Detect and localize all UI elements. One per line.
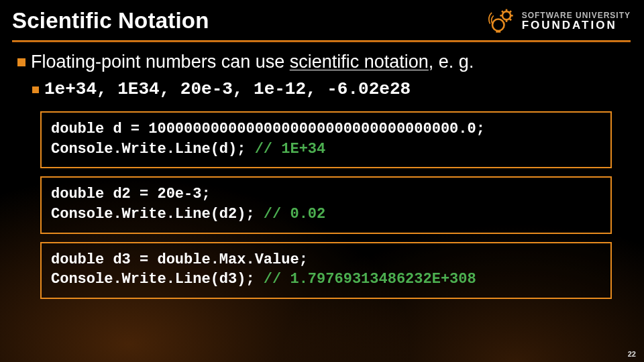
code-text: double d = 10000000000000000000000000000… bbox=[51, 121, 485, 137]
code-line: double d2 = 20e-3; Console.Write.Line(d2… bbox=[51, 184, 601, 224]
page-number: 22 bbox=[628, 350, 636, 358]
title-underline bbox=[12, 40, 631, 42]
title-bar: Scientific Notation SO bbox=[0, 0, 644, 36]
bullet-main-underlined: scientific notation bbox=[290, 52, 429, 72]
square-bullet-icon bbox=[32, 86, 39, 93]
code-block-1: double d = 10000000000000000000000000000… bbox=[40, 111, 612, 168]
bullet-main-post: , e. g. bbox=[429, 52, 474, 72]
square-bullet-icon bbox=[17, 58, 25, 66]
svg-line-8 bbox=[509, 11, 511, 13]
bullet-sub-text: 1e+34, 1E34, 20e-3, 1e-12, -6.02e28 bbox=[44, 79, 411, 99]
logo: SOFTWARE UNIVERSITY FOUNDATION bbox=[487, 7, 631, 36]
code-comment: // 1.79769313486232E+308 bbox=[264, 271, 476, 288]
slide-body: Floating-point numbers can use scientifi… bbox=[0, 52, 644, 299]
code-text: double d3 = double.Max.Value; bbox=[51, 251, 308, 268]
code-line: double d = 10000000000000000000000000000… bbox=[51, 119, 601, 159]
code-text: double d2 = 20e-3; bbox=[51, 186, 211, 202]
slide-title: Scientific Notation bbox=[12, 8, 487, 34]
svg-point-0 bbox=[492, 19, 504, 32]
svg-line-7 bbox=[509, 19, 511, 21]
logo-text-bottom: FOUNDATION bbox=[522, 19, 631, 32]
bullet-main: Floating-point numbers can use scientifi… bbox=[17, 52, 627, 72]
logo-text: SOFTWARE UNIVERSITY FOUNDATION bbox=[522, 11, 631, 32]
bullet-main-pre: Floating-point numbers can use bbox=[31, 52, 290, 72]
svg-line-6 bbox=[502, 11, 504, 13]
code-block-3: double d3 = double.Max.Value; Console.Wr… bbox=[40, 242, 612, 299]
code-text: Console.Write.Line(d3); bbox=[51, 271, 264, 288]
code-comment: // 0.02 bbox=[264, 206, 325, 223]
bullet-main-text: Floating-point numbers can use scientifi… bbox=[31, 52, 474, 72]
code-text: Console.Write.Line(d2); bbox=[51, 206, 264, 223]
bullet-sub: 1e+34, 1E34, 20e-3, 1e-12, -6.02e28 bbox=[32, 79, 627, 99]
code-line: double d3 = double.Max.Value; Console.Wr… bbox=[51, 250, 601, 290]
svg-point-1 bbox=[502, 11, 511, 19]
code-block-2: double d2 = 20e-3; Console.Write.Line(d2… bbox=[40, 176, 612, 233]
lightbulb-gear-icon bbox=[487, 7, 517, 36]
code-text: Console.Write.Line(d); bbox=[51, 141, 255, 158]
code-comment: // 1E+34 bbox=[255, 141, 326, 158]
